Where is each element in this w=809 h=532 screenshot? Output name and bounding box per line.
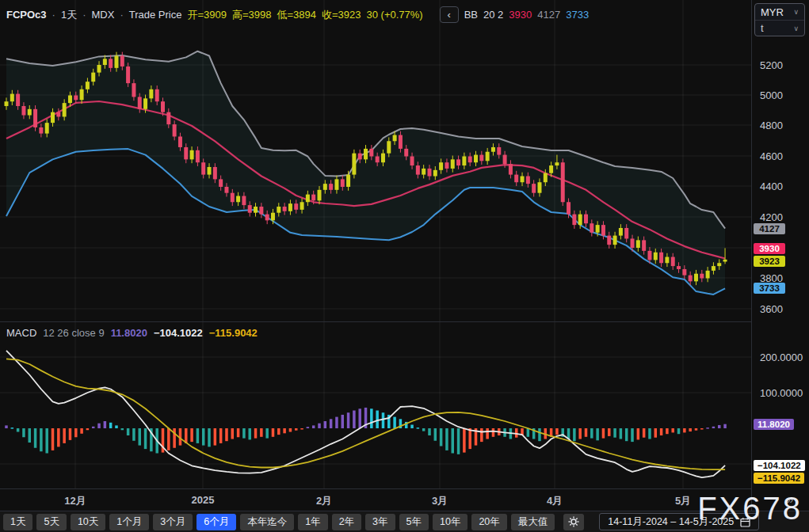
range-button-1个月[interactable]: 1个月 <box>109 514 149 530</box>
separator-dot: · <box>82 9 86 21</box>
range-button-10年[interactable]: 10年 <box>433 514 467 530</box>
macd-params: 12 26 close 9 <box>43 327 104 339</box>
bb-lower-value: 3733 <box>566 9 589 21</box>
macd-badge-−115.9042: −115.9042 <box>754 473 804 484</box>
price-type-label: Trade Price <box>129 9 182 21</box>
range-button-5天[interactable]: 5天 <box>36 514 66 530</box>
range-button-10天[interactable]: 10天 <box>71 514 105 530</box>
macd-histogram-value: 11.8020 <box>111 327 147 339</box>
bb-upper-value: 4127 <box>537 9 560 21</box>
trading-chart-app: FCPOc3 · 1天 · MDX · Trade Price 开=3909 高… <box>0 0 809 532</box>
bb-indicator-name[interactable]: BB <box>464 9 478 21</box>
macd-header: MACD 12 26 close 9 11.8020 −104.1022 −11… <box>6 327 258 339</box>
separator-dot: · <box>120 9 123 21</box>
macd-tick-200.0000: 200.0000 <box>760 352 803 363</box>
price-badge-3733: 3733 <box>754 283 785 294</box>
interval-label[interactable]: 1天 <box>61 8 77 22</box>
currency-value: MYR <box>761 6 784 18</box>
range-button-20年[interactable]: 20年 <box>471 514 506 530</box>
time-tick-4月: 4月 <box>547 494 563 508</box>
range-button-5年[interactable]: 5年 <box>399 514 429 530</box>
price-badge-4127: 4127 <box>754 223 785 234</box>
range-button-group: 1天5天10天1个月3个月6个月本年迄今1年2年3年5年10年20年最大值 <box>3 514 555 530</box>
macd-signal-value: −115.9042 <box>209 327 258 339</box>
range-button-6个月[interactable]: 6个月 <box>197 514 236 530</box>
exchange-label: MDX <box>92 9 115 21</box>
ohlc-close: 收=3923 <box>322 8 361 22</box>
chevron-down-icon: ∨ <box>793 25 799 32</box>
price-tick-4200: 4200 <box>760 211 783 223</box>
ohlc-open: 开=3909 <box>187 8 227 22</box>
chart-canvas[interactable] <box>0 0 751 488</box>
range-button-最大值[interactable]: 最大值 <box>511 514 555 530</box>
range-button-3年[interactable]: 3年 <box>365 514 395 530</box>
price-tick-4400: 4400 <box>760 180 783 192</box>
price-tick-3600: 3600 <box>760 303 783 315</box>
macd-badge-−104.1022: −104.1022 <box>754 460 805 471</box>
date-range-text: 14-11月-2024 – 14-5月-2025 <box>608 515 734 529</box>
calendar-icon <box>740 517 750 527</box>
collapse-indicator-button[interactable]: ‹ <box>440 6 459 23</box>
range-button-1天[interactable]: 1天 <box>3 514 32 530</box>
time-tick-3月: 3月 <box>432 494 448 508</box>
time-tick-2025: 2025 <box>192 494 215 506</box>
chevron-left-icon: ‹ <box>448 9 451 21</box>
symbol-name[interactable]: FCPOc3 <box>6 9 47 21</box>
price-badge-3930: 3930 <box>754 243 785 254</box>
chart-settings-button[interactable] <box>563 514 584 530</box>
price-tick-5200: 5200 <box>760 59 783 71</box>
chevron-down-icon: ∨ <box>793 8 799 16</box>
chart-region[interactable]: FCPOc3 · 1天 · MDX · Trade Price 开=3909 高… <box>0 0 751 488</box>
gear-icon <box>568 516 579 527</box>
currency-unit-selector: MYR ∨ t ∨ <box>754 3 805 36</box>
time-tick-2月: 2月 <box>316 494 332 508</box>
unit-value: t <box>761 22 764 34</box>
price-badge-3923: 3923 <box>754 256 785 267</box>
macd-badge-11.8020: 11.8020 <box>754 419 794 430</box>
go-to-latest-icon[interactable]: » <box>787 492 793 506</box>
macd-line-value: −104.1022 <box>154 327 203 339</box>
range-button-1年[interactable]: 1年 <box>298 514 327 530</box>
bb-basis-value: 3930 <box>509 9 532 21</box>
time-tick-5月: 5月 <box>675 494 691 508</box>
price-axis[interactable]: MYR ∨ t ∨ 520050004800460044004200380036… <box>751 0 809 511</box>
date-range-picker[interactable]: 14-11月-2024 – 14-5月-2025 <box>599 513 759 530</box>
unit-dropdown[interactable]: t ∨ <box>755 20 804 36</box>
macd-tick-100.0000: 100.0000 <box>760 387 803 399</box>
time-tick-12月: 12月 <box>64 494 86 508</box>
price-tick-5000: 5000 <box>760 89 783 101</box>
macd-indicator-name[interactable]: MACD <box>6 327 36 339</box>
range-button-本年迄今[interactable]: 本年迄今 <box>240 514 294 530</box>
macd-histogram-layer <box>5 408 727 454</box>
bb-params: 20 2 <box>483 9 503 21</box>
bollinger-layer <box>6 51 725 294</box>
ohlc-low: 低=3894 <box>277 8 316 22</box>
ohlc-high: 高=3998 <box>232 8 272 22</box>
change-value: 30 (+0.77%) <box>367 9 423 21</box>
range-button-3个月[interactable]: 3个月 <box>153 514 193 530</box>
price-tick-4800: 4800 <box>760 120 783 131</box>
pane-separator[interactable] <box>0 321 751 322</box>
time-axis[interactable]: 12月20252月3月4月5月 <box>0 488 751 511</box>
bottom-toolbar: 1天5天10天1个月3个月6个月本年迄今1年2年3年5年10年20年最大值 14… <box>0 511 809 532</box>
currency-dropdown[interactable]: MYR ∨ <box>755 4 804 20</box>
symbol-header: FCPOc3 · 1天 · MDX · Trade Price 开=3909 高… <box>6 6 589 23</box>
range-button-2年[interactable]: 2年 <box>332 514 361 530</box>
price-tick-4600: 4600 <box>760 150 783 162</box>
separator-dot: · <box>52 9 55 21</box>
